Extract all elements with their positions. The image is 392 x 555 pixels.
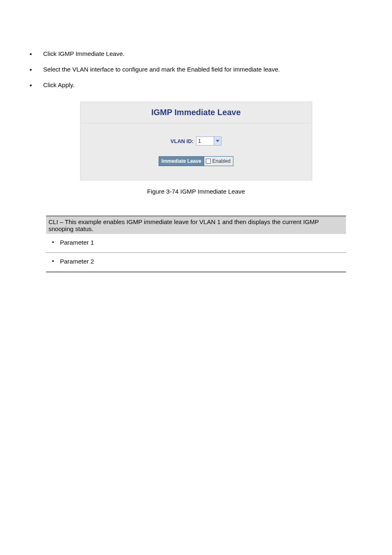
- panel-title: IGMP Immediate Leave: [151, 108, 241, 117]
- instruction-item: Click Apply.: [25, 81, 367, 90]
- instruction-list: Click IGMP Immediate Leave. Select the V…: [25, 49, 367, 89]
- cli-param-row: • Parameter 1: [46, 234, 346, 252]
- cli-heading: CLI – This example enables IGMP immediat…: [46, 217, 346, 234]
- immediate-leave-label: Immediate Leave: [159, 157, 204, 166]
- vlan-row: VLAN ID: 1: [171, 136, 221, 146]
- igmp-immediate-leave-panel: IGMP Immediate Leave VLAN ID: 1 Immediat…: [80, 102, 312, 180]
- vlan-id-label: VLAN ID:: [171, 138, 194, 144]
- figure-caption: Figure 3-74 IGMP Immediate Leave: [25, 188, 367, 195]
- instruction-item: Click IGMP Immediate Leave.: [25, 49, 367, 58]
- vlan-id-select[interactable]: 1: [196, 136, 221, 146]
- instruction-text: Select the VLAN interface to configure a…: [43, 66, 280, 73]
- instruction-text: Click IGMP Immediate Leave.: [43, 50, 125, 57]
- instruction-item: Select the VLAN interface to configure a…: [25, 65, 367, 74]
- immediate-leave-checkbox[interactable]: [206, 159, 211, 164]
- bullet-icon: •: [46, 238, 60, 245]
- chevron-down-icon: [214, 137, 221, 145]
- cli-param-text: Parameter 1: [60, 238, 346, 247]
- enabled-label: Enabled: [212, 158, 231, 164]
- immediate-leave-value: Enabled: [204, 157, 233, 166]
- panel-body: VLAN ID: 1 Immediate Leave Enabled: [81, 123, 312, 180]
- cli-param-text: Parameter 2: [60, 257, 346, 266]
- bullet-icon: •: [46, 257, 60, 264]
- vlan-id-value: 1: [196, 137, 214, 145]
- cli-param-row: • Parameter 2: [46, 253, 346, 271]
- immediate-leave-row: Immediate Leave Enabled: [159, 156, 233, 166]
- instruction-text: Click Apply.: [43, 81, 74, 88]
- cli-info-box: CLI – This example enables IGMP immediat…: [46, 215, 346, 273]
- panel-header: IGMP Immediate Leave: [81, 102, 312, 123]
